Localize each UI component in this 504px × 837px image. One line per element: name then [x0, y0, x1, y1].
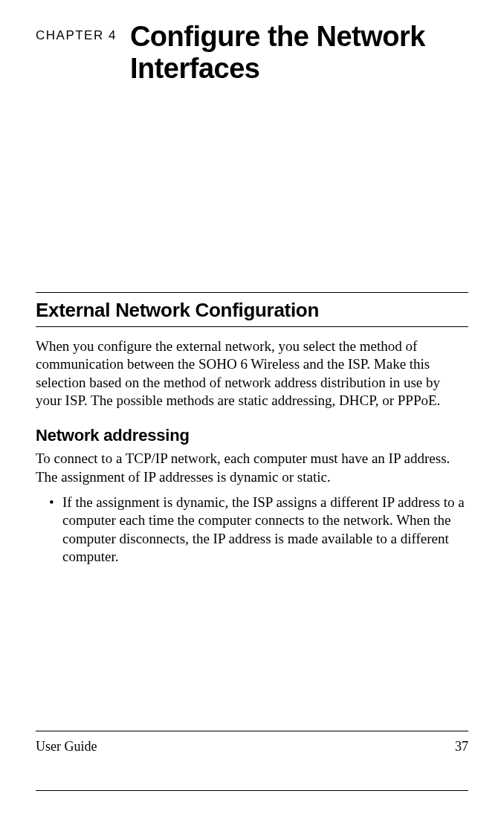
page-container: CHAPTER 4 Configure the Network Interfac… — [0, 0, 504, 837]
chapter-title: Configure the Network Interfaces — [130, 21, 468, 84]
bullet-list: If the assignment is dynamic, the ISP as… — [36, 494, 468, 566]
subsection-intro: To connect to a TCP/IP network, each com… — [36, 450, 468, 486]
section-rule-bottom — [36, 326, 468, 327]
footer-row: User Guide 37 — [36, 739, 468, 754]
section-heading: External Network Configuration — [36, 299, 468, 322]
footer-rule-top — [36, 731, 468, 731]
section-body: When you configure the external network,… — [36, 337, 468, 410]
section-rule-top — [36, 292, 468, 293]
page-footer: User Guide 37 — [36, 731, 468, 791]
footer-rule-bottom — [36, 790, 468, 791]
bullet-item: If the assignment is dynamic, the ISP as… — [62, 494, 468, 566]
footer-left: User Guide — [36, 739, 97, 754]
footer-page-number: 37 — [455, 739, 468, 754]
chapter-header: CHAPTER 4 Configure the Network Interfac… — [36, 21, 468, 84]
subsection-heading: Network addressing — [36, 426, 468, 445]
chapter-label: CHAPTER 4 — [36, 21, 117, 43]
